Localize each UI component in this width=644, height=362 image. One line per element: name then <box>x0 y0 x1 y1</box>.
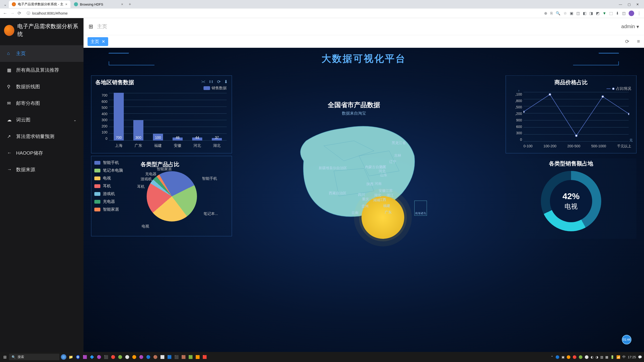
tray-icon[interactable]: 🔴 <box>573 355 577 359</box>
tray-icon[interactable]: ▣ <box>561 355 565 359</box>
sidebar-item-products[interactable]: ▦ 所有商品及算法推荐 <box>0 62 84 78</box>
task-icon[interactable]: 🟣 <box>138 354 144 360</box>
task-icon[interactable]: ⬜ <box>159 354 165 360</box>
task-icon[interactable]: 🔴 <box>110 354 116 360</box>
tray-icon[interactable]: 🟠 <box>567 355 571 359</box>
tray-icon[interactable]: 🔋 <box>610 355 614 359</box>
address-bar[interactable]: ⓘ localhost:8081/#/home <box>24 10 541 17</box>
sidebar-item-home[interactable]: ⌂ 主页 <box>0 45 84 62</box>
forward-button[interactable]: → <box>10 11 15 16</box>
page-tab-home[interactable]: 主页 ✕ <box>88 37 108 46</box>
task-icon[interactable]: 📁 <box>68 354 73 360</box>
ext-icon[interactable]: ▣ <box>570 11 573 16</box>
minimize-button[interactable]: — <box>619 3 622 6</box>
ext-icon[interactable]: ◫ <box>576 11 580 16</box>
tray-icon[interactable]: ◑ <box>595 355 598 359</box>
new-tab-button[interactable]: + <box>127 1 133 8</box>
chart-restore-icon[interactable]: ⟳ <box>217 79 221 84</box>
tray-icon[interactable]: 📶 <box>616 355 620 359</box>
tray-icon[interactable]: 中 <box>622 355 626 359</box>
ext-icon[interactable]: ⬚ <box>609 11 613 16</box>
ext-icon[interactable]: ⊕ <box>544 11 547 16</box>
legend-item[interactable]: 智能家居 <box>94 207 123 212</box>
task-icon[interactable]: 🟦 <box>167 354 172 360</box>
close-icon[interactable]: × <box>121 2 123 6</box>
tray-icon[interactable]: 💬 <box>638 355 642 359</box>
taskbar-search[interactable]: 🔍 搜索 <box>9 354 59 360</box>
close-icon[interactable]: × <box>65 2 67 6</box>
task-icon[interactable]: 🟩 <box>188 354 193 360</box>
task-icon[interactable]: ⬛ <box>103 354 109 360</box>
maximize-button[interactable]: ▢ <box>628 3 631 6</box>
tabs-menu-icon[interactable]: ⌄ <box>2 2 8 7</box>
tray-icon[interactable]: ▥ <box>600 355 603 359</box>
legend-line <box>607 88 611 89</box>
star-icon[interactable]: ☆ <box>564 11 567 16</box>
ext-icon[interactable]: ▼ <box>602 11 606 15</box>
map-svg <box>284 116 424 221</box>
task-icon[interactable]: 🟢 <box>117 354 123 360</box>
task-icon[interactable]: 🔷 <box>89 354 95 360</box>
legend-item[interactable]: 智能手机 <box>94 160 123 165</box>
task-icon[interactable]: 🟪 <box>82 354 88 360</box>
legend-item[interactable]: 充电器 <box>94 199 123 204</box>
tray-icon[interactable]: ⚪ <box>585 355 589 359</box>
profile-avatar[interactable] <box>629 11 634 16</box>
browser-tab-active[interactable]: 电子产品需求数据分析系统 - 主 × <box>9 1 70 8</box>
site-info-icon[interactable]: ⓘ <box>27 11 30 16</box>
ext-icon[interactable]: ◨ <box>589 11 593 16</box>
task-icon[interactable]: 🟤 <box>152 354 158 360</box>
translate-icon[interactable]: ⎘ <box>550 11 553 15</box>
start-button[interactable]: ⊞ <box>2 354 8 360</box>
tray-clock[interactable]: 17:25 <box>628 355 636 359</box>
task-icon[interactable]: 🟣 <box>96 354 102 360</box>
caret-down-icon: ▾ <box>636 24 639 30</box>
chart-save-icon[interactable]: ⬇ <box>224 79 228 84</box>
task-icon[interactable]: 🟧 <box>195 354 200 360</box>
task-icon[interactable]: 🟥 <box>202 354 207 360</box>
chart-legend[interactable]: 销售数据 <box>204 86 227 90</box>
tray-icon[interactable]: ⌃ <box>551 355 553 359</box>
sidebar-item-linechart[interactable]: ⚲ 数据折线图 <box>0 78 84 95</box>
task-icon[interactable]: ⬛ <box>174 354 179 360</box>
ext-icon[interactable]: ◩ <box>596 11 599 16</box>
tray-icon[interactable]: 🔵 <box>555 355 559 359</box>
china-map-graphic[interactable]: 黑龙江省 吉林 辽宁 北京 河北 山东 陕西 河南 安徽 江苏 湖北 浙江 四川… <box>284 116 424 221</box>
task-icon[interactable]: ⚪ <box>124 354 130 360</box>
reload-button[interactable]: ⟳ <box>18 11 21 16</box>
tray-icon[interactable]: 🟢 <box>579 355 583 359</box>
zoom-icon[interactable]: 🔍 <box>556 11 560 16</box>
task-icon[interactable]: 🔵 <box>145 354 151 360</box>
apps-icon[interactable]: ⊞ <box>89 23 93 30</box>
task-icon[interactable]: 🟠 <box>131 354 137 360</box>
task-icon[interactable]: 🟫 <box>181 354 186 360</box>
browser-tab-inactive[interactable]: Browsing HDFS × <box>71 1 126 8</box>
chart-bar-icon[interactable]: ⫾⫾ <box>209 79 214 84</box>
task-icon[interactable]: 🧿 <box>75 354 80 360</box>
menu-icon[interactable]: ⋮ <box>637 11 641 16</box>
legend-item[interactable]: 笔记本电脑 <box>94 168 123 173</box>
back-button[interactable]: ← <box>3 11 7 16</box>
legend-item[interactable]: 电视 <box>94 176 123 181</box>
legend-item[interactable]: 游戏机 <box>94 191 123 197</box>
ext-icon[interactable]: ◫ <box>622 11 626 16</box>
close-icon[interactable]: ✕ <box>102 39 105 44</box>
download-icon[interactable]: ⬇ <box>616 11 619 16</box>
tray-icon[interactable]: ◐ <box>591 355 593 359</box>
sidebar-item-source[interactable]: → 数据来源 <box>0 161 84 178</box>
task-icon[interactable] <box>61 354 66 360</box>
tray-icon[interactable]: ▦ <box>605 355 608 359</box>
refresh-icon[interactable]: ⟳ <box>625 38 629 44</box>
close-window-button[interactable]: ✕ <box>636 3 639 6</box>
float-timer-badge[interactable]: 01:44 <box>622 335 631 344</box>
user-menu[interactable]: admin ▾ <box>621 24 639 30</box>
sidebar-item-wordcloud[interactable]: ☁ 词云图 ⌄ <box>0 112 84 128</box>
settings-lines-icon[interactable]: ≡ <box>637 38 640 44</box>
sidebar-item-hadoop[interactable]: ← HAOOP储存 <box>0 145 84 161</box>
ext-icon[interactable]: ◧ <box>583 11 586 16</box>
chart-legend[interactable]: 占比情况 <box>607 86 631 91</box>
sidebar-item-mail[interactable]: ✉ 邮寄分布图 <box>0 95 84 112</box>
legend-item[interactable]: 耳机 <box>94 184 123 189</box>
chart-line-icon[interactable]: ⩙ <box>201 79 206 84</box>
sidebar-item-forecast[interactable]: ↗ 算法需求销量预测 <box>0 128 84 145</box>
